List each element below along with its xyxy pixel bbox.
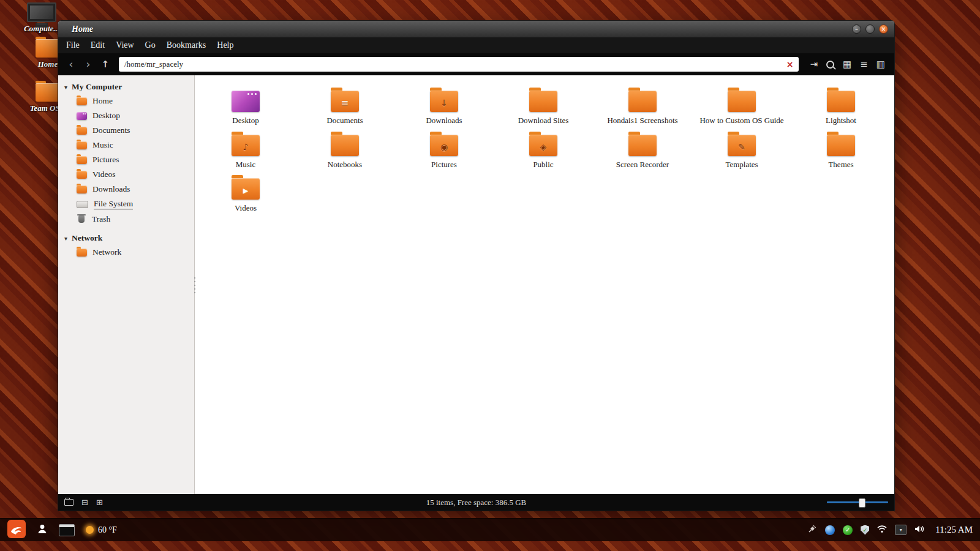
file-lightshot[interactable]: Lightshot	[795, 85, 887, 126]
up-button[interactable]: ↑	[98, 59, 113, 70]
file-label: Screen Recorder	[597, 160, 688, 170]
file-hondais1-screenshots[interactable]: Hondais1 Screenshots	[597, 85, 688, 126]
file-screen-recorder[interactable]: Screen Recorder	[597, 129, 688, 170]
file-music[interactable]: ♪Music	[200, 129, 292, 170]
clear-path-icon[interactable]: ×	[786, 59, 794, 69]
folder-icon	[529, 91, 557, 112]
chevron-down-icon[interactable]: ▾	[64, 235, 67, 242]
zoom-track[interactable]	[827, 501, 888, 503]
search-icon[interactable]	[826, 61, 834, 69]
file-grid[interactable]: Desktop≡Documents↓DownloadsDownload Site…	[195, 75, 894, 494]
folder-icon	[827, 135, 855, 156]
folder-icon	[77, 127, 87, 135]
goto-path-icon[interactable]: ⇥	[810, 60, 818, 69]
tree-pane-icon[interactable]: ⊟	[81, 498, 88, 506]
browser-icon[interactable]	[825, 525, 835, 535]
sidebar-item-documents[interactable]: Documents	[58, 123, 194, 138]
file-public[interactable]: ◈Public	[497, 129, 589, 170]
file-icon-wrap	[696, 85, 788, 113]
file-label: Pictures	[398, 160, 490, 170]
user-session-icon[interactable]	[37, 523, 48, 537]
sidebar-item-music[interactable]: Music	[58, 138, 194, 152]
security-shield-icon[interactable]: ✓	[861, 525, 869, 535]
icon-view-icon[interactable]: ▦	[843, 60, 851, 69]
weather-widget[interactable]: 60 °F	[86, 525, 117, 535]
sidebar-item-pictures[interactable]: Pictures	[58, 152, 194, 167]
file-themes[interactable]: Themes	[795, 129, 887, 170]
file-how-to-custom-os-guide[interactable]: How to Custom OS Guide	[696, 85, 788, 126]
folder-icon: ◉	[430, 135, 458, 156]
menu-help[interactable]: Help	[211, 40, 239, 50]
forward-button[interactable]: ›	[81, 58, 96, 70]
folder-icon	[36, 39, 60, 58]
volume-icon[interactable]	[914, 525, 925, 536]
file-desktop[interactable]: Desktop	[200, 85, 292, 126]
file-icon-wrap	[597, 129, 688, 157]
sidebar-item-videos[interactable]: Videos	[58, 167, 194, 182]
statusbar-buttons: ⊟ ⊞	[64, 498, 103, 506]
zoom-handle[interactable]	[859, 498, 865, 508]
close-button[interactable]: ×	[879, 24, 888, 34]
file-videos[interactable]: ▶Videos	[200, 173, 292, 213]
folder-icon: ◈	[529, 135, 557, 156]
sidebar-section-my-computer[interactable]: ▾My Computer	[58, 80, 194, 94]
folder-icon: ♪	[232, 135, 260, 156]
sidebar-item-home[interactable]: Home	[58, 94, 194, 108]
app-launcher-icon[interactable]	[7, 520, 26, 541]
folder-icon	[827, 91, 855, 112]
file-documents[interactable]: ≡Documents	[299, 85, 391, 126]
sidebar-item-downloads[interactable]: Downloads	[58, 182, 194, 197]
maximize-button[interactable]	[865, 24, 875, 34]
window-title: Home	[72, 24, 93, 34]
terminal-icon[interactable]	[59, 524, 75, 536]
menu-bookmarks[interactable]: Bookmarks	[161, 40, 212, 50]
zoom-slider[interactable]	[827, 501, 888, 503]
back-button[interactable]: ‹	[64, 58, 78, 70]
new-tab-icon[interactable]: ⊞	[96, 498, 103, 506]
folder-icon	[36, 83, 60, 102]
file-notebooks[interactable]: Notebooks	[299, 129, 391, 170]
emblem-template-icon: ✎	[738, 143, 745, 151]
emblem-share-icon: ◈	[540, 143, 547, 151]
emblem-video-icon: ▶	[243, 187, 248, 194]
titlebar[interactable]: Home – ×	[58, 21, 894, 37]
sidebar-item-desktop[interactable]: Desktop	[58, 108, 194, 123]
menu-view[interactable]: View	[110, 40, 139, 50]
tray-drawer-icon[interactable]: ▾	[895, 525, 907, 535]
sidebar-item-label: File System	[94, 199, 133, 209]
folder-icon	[628, 91, 657, 112]
file-downloads[interactable]: ↓Downloads	[398, 85, 490, 126]
file-templates[interactable]: ✎Templates	[696, 129, 788, 170]
pane-splitter[interactable]	[192, 277, 197, 294]
menu-edit[interactable]: Edit	[85, 40, 110, 50]
file-label: Documents	[299, 116, 391, 126]
file-icon-wrap	[299, 129, 391, 157]
wifi-icon[interactable]	[877, 525, 887, 536]
sidebar-item-file-system[interactable]: File System	[58, 197, 194, 212]
section-label: Network	[72, 233, 102, 243]
taskbar-left: 60 °F	[7, 520, 117, 541]
menu-file[interactable]: File	[61, 40, 85, 50]
menu-go[interactable]: Go	[140, 40, 161, 50]
sidebar-item-network[interactable]: Network	[58, 245, 194, 260]
folder-icon	[77, 141, 87, 149]
directory-pane-icon[interactable]	[64, 499, 74, 506]
file-download-sites[interactable]: Download Sites	[497, 85, 589, 126]
folder-icon	[77, 249, 87, 257]
menubar: FileEditViewGoBookmarksHelp	[58, 37, 894, 53]
updates-ok-icon[interactable]: ✓	[843, 525, 853, 535]
minimize-button[interactable]: –	[852, 24, 861, 34]
file-label: How to Custom OS Guide	[696, 116, 788, 126]
file-pictures[interactable]: ◉Pictures	[398, 129, 490, 170]
sidebar-item-trash[interactable]: Trash	[58, 212, 194, 227]
list-view-icon[interactable]: ≡	[860, 60, 868, 69]
folder-icon	[628, 135, 657, 156]
file-label: Desktop	[200, 116, 292, 126]
compact-view-icon[interactable]: ▥	[876, 60, 885, 69]
chevron-down-icon[interactable]: ▾	[64, 84, 67, 91]
path-input[interactable]: /home/mr_spacely ×	[119, 57, 799, 72]
clock: 11:25 AM	[935, 525, 973, 535]
file-label: Music	[200, 160, 292, 170]
power-plug-icon[interactable]	[808, 524, 817, 536]
sidebar-section-network[interactable]: ▾Network	[58, 231, 194, 245]
